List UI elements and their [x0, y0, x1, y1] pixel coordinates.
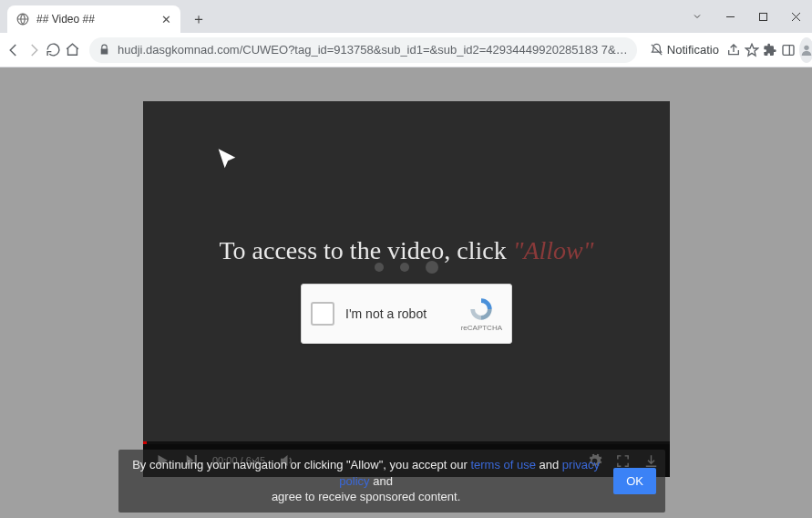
recaptcha-widget[interactable]: I'm not a robot reCAPTCHA [301, 284, 512, 344]
globe-icon [16, 13, 29, 26]
consent-text: By continuing your navigation or clickin… [128, 457, 604, 505]
tab-title: ## Video ## [36, 13, 154, 26]
nav-forward-button[interactable] [26, 37, 42, 63]
access-message: To access to the video, click "Allow" [143, 236, 670, 265]
recaptcha-brand: reCAPTCHA [461, 324, 502, 332]
tab-search-icon[interactable] [681, 11, 714, 22]
extensions-button[interactable] [763, 37, 777, 63]
window-close-button[interactable] [779, 0, 812, 33]
browser-titlebar: ## Video ## ✕ ＋ [0, 0, 812, 33]
consent-ok-button[interactable]: OK [613, 468, 656, 494]
consent-bar: By continuing your navigation or clickin… [118, 450, 665, 513]
url-text: hudji.dasgkomnad.com/CUWEO?tag_id=913758… [118, 43, 628, 57]
lock-icon [98, 44, 110, 56]
side-panel-button[interactable] [781, 37, 796, 63]
profile-button[interactable] [799, 37, 812, 63]
video-player: To access to the video, click "Allow" I'… [143, 101, 670, 477]
bell-off-icon [650, 43, 663, 57]
terms-link[interactable]: terms of use [470, 458, 536, 471]
cursor-icon [214, 147, 240, 176]
svg-rect-2 [783, 45, 794, 55]
nav-back-button[interactable] [5, 37, 22, 63]
browser-tab[interactable]: ## Video ## ✕ [7, 5, 180, 33]
tab-close-icon[interactable]: ✕ [161, 13, 171, 26]
recaptcha-checkbox[interactable] [311, 302, 334, 326]
recaptcha-label: I'm not a robot [345, 306, 461, 321]
address-bar[interactable]: hudji.dasgkomnad.com/CUWEO?tag_id=913758… [89, 37, 637, 63]
access-prefix: To access to the video, click [219, 236, 512, 264]
browser-toolbar: hudji.dasgkomnad.com/CUWEO?tag_id=913758… [0, 33, 812, 67]
recaptcha-badge: reCAPTCHA [461, 296, 502, 332]
share-button[interactable] [726, 37, 741, 63]
window-maximize-button[interactable] [746, 0, 779, 33]
page-viewport: To access to the video, click "Allow" I'… [0, 67, 812, 518]
new-tab-button[interactable]: ＋ [186, 6, 211, 32]
svg-rect-1 [759, 13, 766, 20]
svg-point-3 [804, 45, 808, 49]
recaptcha-icon [468, 296, 494, 322]
nav-reload-button[interactable] [46, 37, 61, 63]
bookmark-button[interactable] [745, 37, 759, 63]
window-minimize-button[interactable] [714, 0, 746, 33]
nav-home-button[interactable] [65, 37, 80, 63]
notification-chip-label: Notificatio [667, 43, 719, 57]
access-allow-word: "Allow" [513, 236, 594, 264]
notification-blocked-chip[interactable]: Notificatio [646, 43, 723, 57]
